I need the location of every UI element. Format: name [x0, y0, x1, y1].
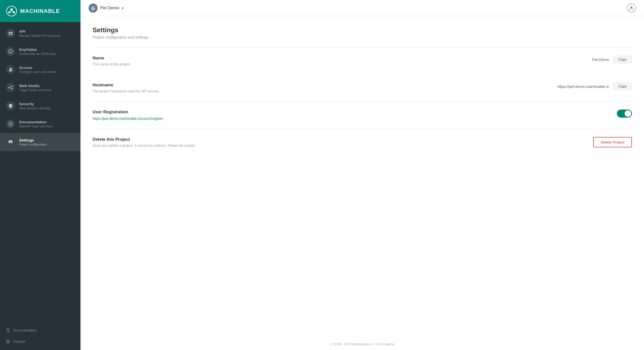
documentation-icon [6, 119, 15, 128]
settings-name-row: Name The name of this project. Pet Demo … [93, 48, 632, 75]
webhooks-icon [6, 83, 15, 92]
svg-point-32 [630, 6, 632, 8]
sidebar-item-documentation[interactable]: Documentation OpenAPI Spec and Docs [0, 115, 80, 133]
settings-hostname-row: Hostname The project hostname used for A… [93, 75, 632, 101]
svg-point-31 [94, 7, 95, 8]
project-avatar [89, 4, 98, 13]
cat-avatar-icon [89, 4, 98, 13]
settings-user-registration-row: User Registration https://pet-demo.machi… [93, 101, 632, 129]
user-account-icon[interactable] [627, 4, 636, 13]
topbar: Pet Demo ▾ [80, 0, 644, 16]
access-icon [6, 65, 15, 74]
settings-delete-row: Delete this Project Once you delete a pr… [93, 129, 632, 156]
svg-rect-9 [11, 34, 13, 35]
sidebar-item-security-desc: View sessions and logs [19, 107, 51, 110]
name-value: Pet Demo [592, 57, 609, 62]
svg-rect-6 [9, 32, 10, 33]
sidebar-footer: Documentation Support [0, 322, 80, 350]
sidebar-item-security-label: Security [19, 102, 51, 106]
security-icon [6, 101, 15, 110]
user-registration-toggle[interactable] [617, 110, 632, 118]
main: Pet Demo ▾ Settings Project configuratio… [80, 0, 644, 350]
footer: © 2018 - 2020 Machinable.io // v1.0.0-al… [80, 338, 644, 350]
svg-point-26 [6, 340, 10, 343]
topbar-project-selector[interactable]: Pet Demo ▾ [89, 4, 124, 13]
svg-text:{}: {} [10, 50, 11, 53]
doc-icon [6, 328, 10, 332]
sidebar-item-webhooks-desc: Trigger hooks on events [19, 88, 51, 92]
hostname-copy-button[interactable]: Copy [613, 83, 632, 90]
sidebar: MACHINABLE API Manage defined API resour… [0, 0, 80, 350]
sidebar-item-api-desc: Manage defined API resources [19, 34, 60, 38]
delete-project-title: Delete this Project [93, 137, 196, 142]
sidebar-item-settings-label: Settings [19, 138, 47, 142]
sidebar-item-webhooks[interactable]: Web Hooks Trigger hooks on events [0, 79, 80, 97]
footer-text: © 2018 - 2020 Machinable.io // v1.0.0-al… [331, 342, 394, 346]
toggle-thumb [625, 110, 631, 117]
chevron-down-icon: ▾ [122, 6, 124, 10]
sidebar-footer-support-label: Support [13, 339, 25, 343]
sidebar-item-security[interactable]: Security View sessions and logs [0, 97, 80, 115]
content-area: Settings Project configuration and setti… [80, 16, 644, 338]
sidebar-item-access-label: Access [19, 65, 57, 70]
sidebar-item-access[interactable]: Access Configure users and access [0, 60, 80, 79]
page-subtitle: Project configuration and settings [93, 35, 632, 39]
svg-point-1 [10, 8, 13, 11]
sidebar-item-webhooks-label: Web Hooks [19, 84, 51, 88]
settings-icon [6, 137, 15, 147]
svg-point-16 [12, 88, 13, 90]
topbar-project-name: Pet Demo [100, 6, 119, 11]
sidebar-footer-docs[interactable]: Documentation [0, 325, 80, 336]
delete-project-button[interactable]: Delete Project [593, 137, 632, 147]
hostname-value: https://pet-demo.machinable.io [557, 84, 609, 89]
sidebar-item-documentation-desc: OpenAPI Spec and Docs [19, 125, 53, 128]
logo-icon [6, 6, 17, 17]
user-registration-title: User Registration [93, 110, 163, 115]
page-title: Settings [93, 26, 632, 34]
delete-project-desc: Once you delete a project, it cannot be … [93, 144, 196, 148]
sidebar-nav: API Manage defined API resources {} Key/… [0, 22, 80, 322]
svg-line-17 [10, 87, 12, 87]
svg-rect-8 [9, 34, 10, 35]
svg-point-13 [11, 69, 12, 70]
sidebar-item-keyvalue-label: Key/Value [19, 47, 56, 52]
svg-line-18 [10, 88, 12, 89]
name-setting-title: Name [93, 56, 131, 61]
name-setting-desc: The name of this project. [93, 62, 131, 66]
svg-point-12 [10, 68, 12, 70]
sidebar-item-api[interactable]: API Manage defined API resources [0, 24, 80, 42]
sidebar-item-keyvalue[interactable]: {} Key/Value Access data as JSON trees [0, 42, 80, 60]
svg-point-14 [9, 87, 10, 88]
sidebar-footer-docs-label: Documentation [13, 328, 37, 332]
sidebar-footer-support[interactable]: Support [0, 336, 80, 347]
svg-rect-7 [11, 32, 13, 33]
hostname-setting-title: Hostname [93, 83, 160, 88]
keyvalue-icon: {} [6, 47, 15, 56]
sidebar-item-settings-desc: Project configuration [19, 143, 47, 146]
sidebar-item-settings[interactable]: Settings Project configuration [0, 133, 80, 151]
sidebar-header: MACHINABLE [0, 0, 80, 22]
svg-point-30 [92, 7, 93, 8]
name-copy-button[interactable]: Copy [613, 56, 632, 63]
svg-point-27 [7, 341, 9, 342]
sidebar-item-keyvalue-desc: Access data as JSON trees [19, 52, 56, 56]
user-registration-link[interactable]: https://pet-demo.machinable.io/users/reg… [93, 117, 163, 121]
svg-point-15 [12, 86, 13, 87]
svg-point-29 [91, 6, 95, 10]
sidebar-item-api-label: API [19, 29, 60, 33]
hostname-setting-desc: The project hostname used for API access… [93, 89, 160, 93]
sidebar-item-access-desc: Configure users and access [19, 70, 57, 74]
api-icon [6, 29, 15, 38]
support-icon [6, 339, 10, 343]
sidebar-item-documentation-label: Documentation [19, 120, 53, 124]
sidebar-brand: MACHINABLE [20, 8, 60, 14]
